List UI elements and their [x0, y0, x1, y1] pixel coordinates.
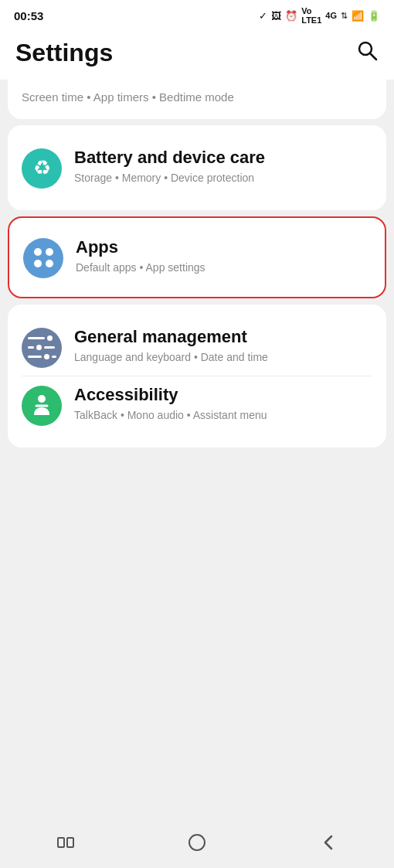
battery-item[interactable]: ♻ Battery and device care Storage • Memo… — [22, 139, 372, 196]
screen-time-text: Screen time • App timers • Bedtime mode — [22, 89, 372, 107]
svg-line-1 — [370, 53, 376, 60]
alarm-icon: ⏰ — [285, 10, 297, 22]
general-text: General management Language and keyboard… — [74, 326, 372, 366]
data-arrows-icon: ⇅ — [341, 11, 348, 21]
signal-text: VoLTE1 — [301, 6, 321, 25]
general-item[interactable]: General management Language and keyboard… — [22, 318, 372, 376]
4g-icon: 4G — [325, 11, 337, 20]
bottom-nav — [0, 822, 394, 868]
general-subtitle: Language and keyboard • Date and time — [74, 349, 372, 366]
general-icon-wrap — [22, 328, 62, 368]
wifi-icon: 📶 — [352, 10, 364, 22]
accessibility-subtitle: TalkBack • Mono audio • Assistant menu — [74, 407, 372, 424]
apps-item[interactable]: Apps Default apps • App settings — [23, 229, 371, 286]
battery-subtitle: Storage • Memory • Device protection — [74, 170, 372, 186]
apps-card[interactable]: Apps Default apps • App settings — [8, 216, 386, 298]
general-accessibility-card: General management Language and keyboard… — [8, 305, 386, 448]
page-title: Settings — [15, 39, 113, 67]
recent-apps-button[interactable] — [56, 832, 76, 857]
battery-title: Battery and device care — [74, 147, 372, 169]
svg-rect-6 — [189, 835, 205, 850]
header: Settings — [0, 31, 394, 80]
home-button[interactable] — [186, 832, 208, 858]
accessibility-title: Accessibility — [74, 384, 372, 407]
status-icons: ✓ 🖼 ⏰ VoLTE1 4G ⇅ 📶 🔋 — [259, 6, 380, 25]
image-icon: 🖼 — [271, 10, 281, 22]
battery-icon: 🔋 — [368, 10, 380, 22]
search-button[interactable] — [355, 39, 379, 67]
battery-card[interactable]: ♻ Battery and device care Storage • Memo… — [8, 125, 386, 210]
task-icon: ✓ — [259, 10, 267, 22]
svg-point-2 — [38, 395, 46, 403]
screen-time-card[interactable]: Screen time • App timers • Bedtime mode — [8, 80, 386, 119]
apps-dot-grid-icon — [34, 248, 53, 267]
apps-text: Apps Default apps • App settings — [76, 237, 371, 277]
battery-text: Battery and device care Storage • Memory… — [74, 147, 372, 187]
sliders-icon — [28, 335, 56, 359]
status-time: 00:53 — [14, 9, 43, 22]
battery-icon-wrap: ♻ — [22, 148, 62, 189]
status-bar: 00:53 ✓ 🖼 ⏰ VoLTE1 4G ⇅ 📶 🔋 — [0, 0, 394, 31]
accessibility-person-icon — [30, 393, 53, 418]
accessibility-text: Accessibility TalkBack • Mono audio • As… — [74, 384, 372, 424]
svg-rect-4 — [58, 838, 64, 847]
apps-title: Apps — [76, 237, 371, 259]
apps-subtitle: Default apps • App settings — [76, 260, 371, 276]
accessibility-icon-wrap — [22, 386, 62, 426]
back-button[interactable] — [318, 832, 338, 857]
apps-icon-wrap — [23, 238, 63, 278]
general-title: General management — [74, 326, 372, 349]
svg-rect-5 — [67, 838, 73, 847]
accessibility-item[interactable]: Accessibility TalkBack • Mono audio • As… — [22, 376, 372, 434]
content: Screen time • App timers • Bedtime mode … — [0, 80, 394, 516]
battery-care-icon: ♻ — [33, 156, 51, 180]
